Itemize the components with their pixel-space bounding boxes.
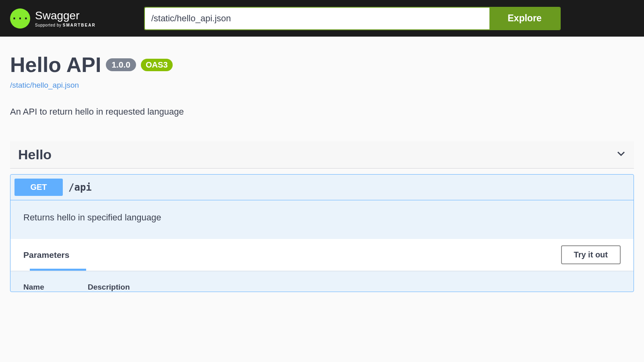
spec-url-wrapper: Explore	[144, 7, 561, 30]
tag-header-hello[interactable]: Hello	[10, 141, 634, 169]
parameters-table-header: Name Description	[23, 283, 621, 292]
parameters-table: Name Description	[10, 271, 634, 292]
try-it-out-button[interactable]: Try it out	[561, 245, 621, 264]
operation-path: /api	[68, 182, 92, 193]
tag-name: Hello	[18, 147, 52, 162]
parameters-title: Parameters	[23, 250, 69, 260]
parameters-tab-underline	[30, 269, 86, 271]
column-name: Name	[23, 283, 88, 292]
swagger-logo[interactable]: {···} Swagger Supported by SMARTBEAR	[10, 8, 96, 29]
operation-summary[interactable]: GET /api	[10, 175, 634, 200]
swagger-logo-icon: {···}	[10, 8, 30, 29]
oas-badge: OAS3	[141, 59, 172, 71]
explore-button[interactable]: Explore	[489, 8, 559, 29]
logo-main-text: Swagger	[35, 9, 96, 22]
method-badge-get: GET	[14, 179, 63, 196]
version-badge: 1.0.0	[106, 58, 136, 71]
spec-url-link[interactable]: /static/hello_api.json	[10, 81, 79, 90]
parameters-header-bar: Parameters Try it out	[10, 239, 634, 271]
spec-url-input[interactable]	[145, 8, 490, 29]
operation-description: Returns hello in specified language	[10, 200, 634, 239]
chevron-down-icon	[616, 149, 626, 161]
topbar: {···} Swagger Supported by SMARTBEAR Exp…	[0, 0, 644, 37]
api-title-row: Hello API 1.0.0 OAS3	[10, 53, 634, 77]
operation-get-api: GET /api Returns hello in specified lang…	[10, 174, 634, 292]
swagger-logo-text: Swagger Supported by SMARTBEAR	[35, 9, 96, 27]
api-title: Hello API	[10, 53, 101, 77]
column-description: Description	[88, 283, 621, 292]
logo-sub-text: Supported by SMARTBEAR	[35, 23, 96, 27]
main-content: Hello API 1.0.0 OAS3 /static/hello_api.j…	[0, 37, 644, 292]
api-description: An API to return hello in requested lang…	[10, 107, 634, 117]
logo-sub-prefix: Supported by	[35, 23, 63, 27]
logo-sub-bold: SMARTBEAR	[63, 23, 96, 27]
